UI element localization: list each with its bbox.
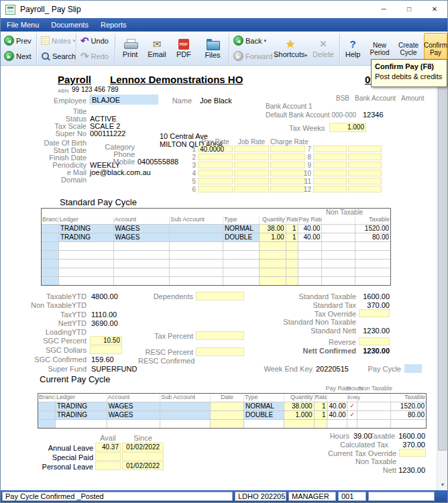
charge-rate-4-field[interactable] (270, 170, 305, 176)
cell-quantity[interactable]: 38.00 (260, 225, 286, 233)
annual-leave-since-field[interactable]: 01/02/2022 (122, 443, 164, 451)
current-tax-override-field[interactable] (399, 449, 426, 457)
cell-branch[interactable] (42, 233, 59, 241)
cell-sub-account[interactable] (160, 411, 211, 419)
maximize-button[interactable]: □ (396, 1, 422, 18)
cell-rate[interactable]: 1 (315, 411, 328, 419)
undo-button[interactable]: ↶ Undo (78, 34, 111, 48)
cell-account[interactable]: WAGES (114, 225, 170, 233)
cell-branch[interactable] (42, 251, 59, 259)
scroll-down-icon[interactable]: ▼ (437, 480, 448, 490)
cell-rate[interactable]: 1 (286, 225, 298, 233)
cell-account[interactable]: WAGES (107, 402, 161, 410)
cell-branch[interactable] (42, 260, 59, 268)
files-button[interactable]: Files (198, 33, 227, 64)
annual-leave-avail-field[interactable]: 40.37 (95, 443, 121, 451)
cell-branch[interactable] (42, 225, 59, 233)
cell-ledger[interactable]: TRADING (56, 402, 107, 410)
special-paid-since-field[interactable] (122, 452, 164, 461)
scrollbar-thumb[interactable] (438, 76, 447, 451)
cell-branch[interactable] (38, 420, 56, 428)
rate-9b-field[interactable] (348, 162, 382, 168)
cell-type[interactable]: NORMAL (244, 402, 284, 410)
cell-sub-account[interactable] (170, 233, 223, 241)
charge-rate-1-field[interactable] (270, 146, 305, 152)
pay-rate-6-field[interactable] (198, 186, 233, 192)
cell-quantity[interactable]: 1.000 (284, 411, 315, 419)
cell-type[interactable]: DOUBLE (223, 233, 260, 241)
menu-documents[interactable]: Documents (45, 18, 95, 32)
email-button[interactable]: ✉ Email (144, 33, 170, 64)
tax-weeks-field[interactable]: 1.000 (329, 123, 366, 132)
pay-cycle-field[interactable] (404, 364, 422, 373)
menu-file[interactable]: File Menu (1, 18, 45, 32)
delete-button[interactable]: ✕ Delete (309, 33, 337, 64)
cell-branch[interactable] (42, 268, 59, 276)
tax-percent-field[interactable] (196, 331, 244, 340)
cell-sub-account[interactable] (160, 402, 211, 410)
pay-rate-1-field[interactable]: 40.0000 (198, 146, 233, 152)
charge-rate-2-field[interactable] (270, 154, 305, 160)
prev-button[interactable]: ◀ Prev (2, 34, 34, 48)
cell-ledger[interactable]: TRADING (59, 225, 114, 233)
cell-quantity[interactable]: 38.000 (284, 402, 315, 410)
cell-branch[interactable] (42, 277, 59, 285)
resc-percent-field[interactable] (196, 347, 244, 356)
cell-account[interactable]: WAGES (107, 411, 161, 419)
entry-check-icon[interactable]: ✓ (347, 411, 357, 419)
sgc-percent-field[interactable]: 10.50 (90, 336, 122, 345)
cell-quantity[interactable]: 1.00 (260, 233, 286, 241)
rate-12-field[interactable] (313, 186, 347, 192)
employee-code-field[interactable]: BLAJOE (89, 95, 158, 105)
pdf-button[interactable]: PDF PDF (171, 33, 197, 64)
help-button[interactable]: ? Help (341, 33, 364, 64)
job-rate-5-field[interactable] (234, 178, 269, 184)
menu-reports[interactable]: Reports (95, 18, 133, 32)
next-button[interactable]: ▶ Next (2, 49, 34, 63)
rate-7b-field[interactable] (348, 146, 382, 152)
redo-button[interactable]: ↷ Redo (78, 49, 111, 63)
personal-leave-since-field[interactable]: 01/02/2022 (122, 461, 164, 470)
cell-branch[interactable] (38, 411, 56, 419)
tax-override-field[interactable] (359, 309, 390, 317)
cell-branch[interactable] (42, 242, 59, 250)
close-button[interactable]: ✕ (422, 1, 447, 18)
pay-rate-4-field[interactable] (198, 170, 233, 176)
entry-check-icon[interactable]: ✓ (347, 402, 357, 410)
rate-8-field[interactable] (313, 154, 347, 160)
cell-type[interactable]: NORMAL (223, 225, 260, 233)
vertical-scrollbar[interactable]: ▲ ▼ (437, 66, 447, 490)
charge-rate-3-field[interactable] (270, 162, 305, 168)
cell-date[interactable] (211, 411, 244, 419)
cell-type[interactable]: DOUBLE (244, 411, 284, 419)
cell-ledger[interactable]: TRADING (59, 233, 114, 241)
cell-branch[interactable] (38, 402, 56, 410)
rate-10b-field[interactable] (348, 170, 382, 176)
search-button[interactable]: Search (39, 49, 78, 63)
job-rate-3-field[interactable] (234, 162, 269, 168)
pay-rate-5-field[interactable] (198, 178, 233, 184)
rate-11-field[interactable] (313, 178, 347, 184)
pay-rate-2-field[interactable] (198, 154, 233, 160)
shortcuts-button[interactable]: ★ Shortcuts▾ (272, 33, 309, 64)
reverse-field[interactable] (359, 337, 390, 345)
rate-10-field[interactable] (313, 170, 347, 176)
rate-7-field[interactable] (313, 146, 347, 152)
personal-leave-avail-field[interactable] (95, 461, 121, 470)
cell-sub-account[interactable] (170, 225, 223, 233)
charge-rate-5-field[interactable] (270, 178, 305, 184)
notes-button[interactable]: Notes ▾ (39, 34, 77, 48)
rate-9-field[interactable] (313, 162, 347, 168)
rate-11b-field[interactable] (348, 178, 382, 184)
rate-12b-field[interactable] (348, 186, 382, 192)
cell-ledger[interactable]: TRADING (56, 411, 107, 419)
special-paid-avail-field[interactable] (95, 452, 121, 461)
cell-rate[interactable]: 1 (286, 233, 298, 241)
back-button[interactable]: ◀ Back ▾ (231, 34, 268, 48)
job-rate-2-field[interactable] (234, 154, 269, 160)
dependents-field[interactable] (196, 292, 244, 300)
cell-date[interactable] (211, 402, 244, 410)
job-rate-1-field[interactable] (234, 146, 269, 152)
rate-8b-field[interactable] (348, 154, 382, 160)
cell-rate[interactable]: 1 (315, 402, 328, 410)
